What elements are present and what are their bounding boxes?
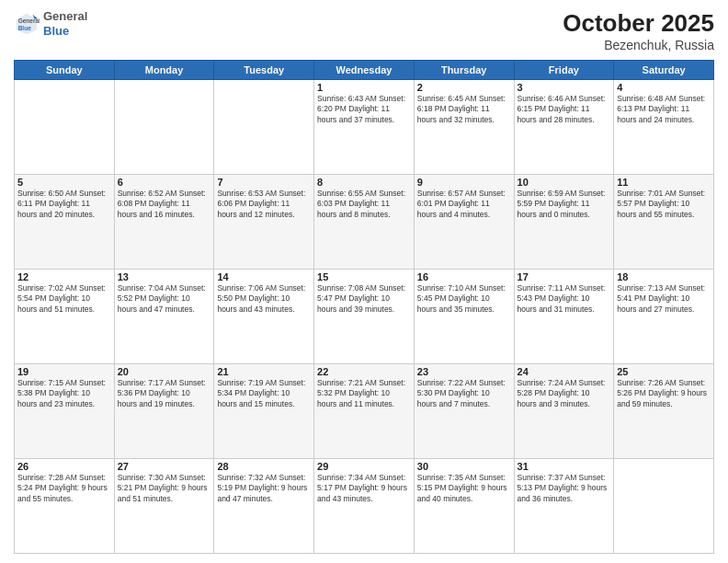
week-row-5: 26Sunrise: 7:28 AM Sunset: 5:24 PM Dayli… (15, 459, 714, 554)
day-info: Sunrise: 6:52 AM Sunset: 6:08 PM Dayligh… (118, 189, 211, 220)
day-info: Sunrise: 7:04 AM Sunset: 5:52 PM Dayligh… (118, 283, 211, 315)
day-info: Sunrise: 7:15 AM Sunset: 5:38 PM Dayligh… (17, 378, 111, 409)
weekday-thursday: Thursday (414, 61, 514, 80)
day-info: Sunrise: 7:30 AM Sunset: 5:21 PM Dayligh… (118, 473, 211, 504)
day-number: 15 (317, 271, 411, 282)
day-number: 23 (417, 366, 511, 377)
day-info: Sunrise: 7:24 AM Sunset: 5:28 PM Dayligh… (518, 378, 611, 409)
day-number: 13 (118, 271, 211, 282)
day-number: 1 (317, 82, 411, 93)
day-info: Sunrise: 7:32 AM Sunset: 5:19 PM Dayligh… (217, 473, 311, 504)
day-number: 24 (518, 366, 611, 377)
day-number: 21 (217, 366, 311, 377)
title-block: October 2025 Bezenchuk, Russia (563, 9, 714, 52)
day-info: Sunrise: 7:11 AM Sunset: 5:43 PM Dayligh… (518, 283, 611, 315)
day-info: Sunrise: 6:50 AM Sunset: 6:11 PM Dayligh… (17, 189, 111, 220)
day-cell: 12Sunrise: 7:02 AM Sunset: 5:54 PM Dayli… (15, 270, 115, 364)
day-info: Sunrise: 7:28 AM Sunset: 5:24 PM Dayligh… (17, 473, 111, 504)
header: General Blue General Blue October 2025 B… (14, 9, 714, 52)
day-info: Sunrise: 7:34 AM Sunset: 5:17 PM Dayligh… (317, 473, 411, 504)
day-number: 19 (17, 366, 111, 377)
day-number: 20 (118, 366, 211, 377)
logo: General Blue General Blue (14, 9, 87, 38)
day-cell: 19Sunrise: 7:15 AM Sunset: 5:38 PM Dayli… (15, 364, 115, 459)
logo-general: General (43, 9, 87, 24)
day-cell: 24Sunrise: 7:24 AM Sunset: 5:28 PM Dayli… (514, 364, 614, 459)
day-number: 5 (17, 177, 111, 188)
day-number: 30 (417, 461, 511, 472)
day-info: Sunrise: 7:17 AM Sunset: 5:36 PM Dayligh… (118, 378, 211, 409)
day-cell (214, 80, 314, 175)
day-cell: 13Sunrise: 7:04 AM Sunset: 5:52 PM Dayli… (114, 270, 214, 364)
day-cell: 17Sunrise: 7:11 AM Sunset: 5:43 PM Dayli… (514, 270, 614, 364)
day-info: Sunrise: 7:02 AM Sunset: 5:54 PM Dayligh… (17, 283, 111, 315)
day-number: 2 (417, 82, 511, 93)
day-info: Sunrise: 6:45 AM Sunset: 6:18 PM Dayligh… (417, 94, 511, 125)
day-info: Sunrise: 7:10 AM Sunset: 5:45 PM Dayligh… (417, 283, 511, 315)
day-cell: 20Sunrise: 7:17 AM Sunset: 5:36 PM Dayli… (114, 364, 214, 459)
day-info: Sunrise: 6:43 AM Sunset: 6:20 PM Dayligh… (317, 94, 411, 125)
calendar-subtitle: Bezenchuk, Russia (563, 38, 714, 52)
day-number: 11 (617, 177, 711, 188)
day-info: Sunrise: 7:35 AM Sunset: 5:15 PM Dayligh… (417, 473, 511, 504)
day-number: 27 (118, 461, 211, 472)
week-row-3: 12Sunrise: 7:02 AM Sunset: 5:54 PM Dayli… (15, 270, 714, 364)
week-row-4: 19Sunrise: 7:15 AM Sunset: 5:38 PM Dayli… (15, 364, 714, 459)
day-info: Sunrise: 7:22 AM Sunset: 5:30 PM Dayligh… (417, 378, 511, 409)
calendar-page: General Blue General Blue October 2025 B… (0, 0, 728, 563)
day-cell (614, 459, 714, 554)
week-row-2: 5Sunrise: 6:50 AM Sunset: 6:11 PM Daylig… (15, 175, 714, 270)
day-number: 10 (518, 177, 611, 188)
day-cell: 7Sunrise: 6:53 AM Sunset: 6:06 PM Daylig… (214, 175, 314, 270)
day-number: 12 (17, 271, 111, 282)
weekday-tuesday: Tuesday (214, 61, 314, 80)
day-cell: 1Sunrise: 6:43 AM Sunset: 6:20 PM Daylig… (314, 80, 415, 175)
day-cell: 25Sunrise: 7:26 AM Sunset: 5:26 PM Dayli… (614, 364, 714, 459)
day-cell: 15Sunrise: 7:08 AM Sunset: 5:47 PM Dayli… (314, 270, 415, 364)
day-cell: 2Sunrise: 6:45 AM Sunset: 6:18 PM Daylig… (414, 80, 514, 175)
weekday-sunday: Sunday (15, 61, 115, 80)
day-cell: 5Sunrise: 6:50 AM Sunset: 6:11 PM Daylig… (15, 175, 115, 270)
weekday-header-row: SundayMondayTuesdayWednesdayThursdayFrid… (15, 61, 714, 80)
day-info: Sunrise: 6:53 AM Sunset: 6:06 PM Dayligh… (217, 189, 311, 220)
weekday-monday: Monday (114, 61, 214, 80)
day-number: 9 (417, 177, 511, 188)
day-number: 17 (518, 271, 611, 282)
day-number: 18 (617, 271, 711, 282)
day-number: 22 (317, 366, 411, 377)
day-info: Sunrise: 7:13 AM Sunset: 5:41 PM Dayligh… (617, 283, 711, 315)
day-cell: 21Sunrise: 7:19 AM Sunset: 5:34 PM Dayli… (214, 364, 314, 459)
day-cell: 8Sunrise: 6:55 AM Sunset: 6:03 PM Daylig… (314, 175, 415, 270)
day-cell: 4Sunrise: 6:48 AM Sunset: 6:13 PM Daylig… (614, 80, 714, 175)
day-cell: 28Sunrise: 7:32 AM Sunset: 5:19 PM Dayli… (214, 459, 314, 554)
day-number: 28 (217, 461, 311, 472)
day-info: Sunrise: 6:46 AM Sunset: 6:15 PM Dayligh… (518, 94, 611, 125)
day-cell: 30Sunrise: 7:35 AM Sunset: 5:15 PM Dayli… (414, 459, 514, 554)
day-info: Sunrise: 7:37 AM Sunset: 5:13 PM Dayligh… (518, 473, 611, 504)
logo-text: General Blue (43, 9, 87, 38)
day-info: Sunrise: 7:21 AM Sunset: 5:32 PM Dayligh… (317, 378, 411, 409)
day-number: 3 (518, 82, 611, 93)
day-info: Sunrise: 6:59 AM Sunset: 5:59 PM Dayligh… (518, 189, 611, 220)
weekday-friday: Friday (514, 61, 614, 80)
day-number: 16 (417, 271, 511, 282)
day-cell (114, 80, 214, 175)
week-row-1: 1Sunrise: 6:43 AM Sunset: 6:20 PM Daylig… (15, 80, 714, 175)
day-cell (15, 80, 115, 175)
day-info: Sunrise: 7:26 AM Sunset: 5:26 PM Dayligh… (617, 378, 711, 409)
day-cell: 3Sunrise: 6:46 AM Sunset: 6:15 PM Daylig… (514, 80, 614, 175)
day-number: 14 (217, 271, 311, 282)
day-cell: 11Sunrise: 7:01 AM Sunset: 5:57 PM Dayli… (614, 175, 714, 270)
day-cell: 26Sunrise: 7:28 AM Sunset: 5:24 PM Dayli… (15, 459, 115, 554)
day-cell: 6Sunrise: 6:52 AM Sunset: 6:08 PM Daylig… (114, 175, 214, 270)
day-cell: 22Sunrise: 7:21 AM Sunset: 5:32 PM Dayli… (314, 364, 415, 459)
day-info: Sunrise: 6:48 AM Sunset: 6:13 PM Dayligh… (617, 94, 711, 125)
day-cell: 27Sunrise: 7:30 AM Sunset: 5:21 PM Dayli… (114, 459, 214, 554)
day-info: Sunrise: 7:01 AM Sunset: 5:57 PM Dayligh… (617, 189, 711, 220)
day-number: 26 (17, 461, 111, 472)
logo-icon: General Blue (14, 11, 40, 37)
day-number: 31 (518, 461, 611, 472)
day-number: 4 (617, 82, 711, 93)
day-info: Sunrise: 6:55 AM Sunset: 6:03 PM Dayligh… (317, 189, 411, 220)
day-cell: 18Sunrise: 7:13 AM Sunset: 5:41 PM Dayli… (614, 270, 714, 364)
